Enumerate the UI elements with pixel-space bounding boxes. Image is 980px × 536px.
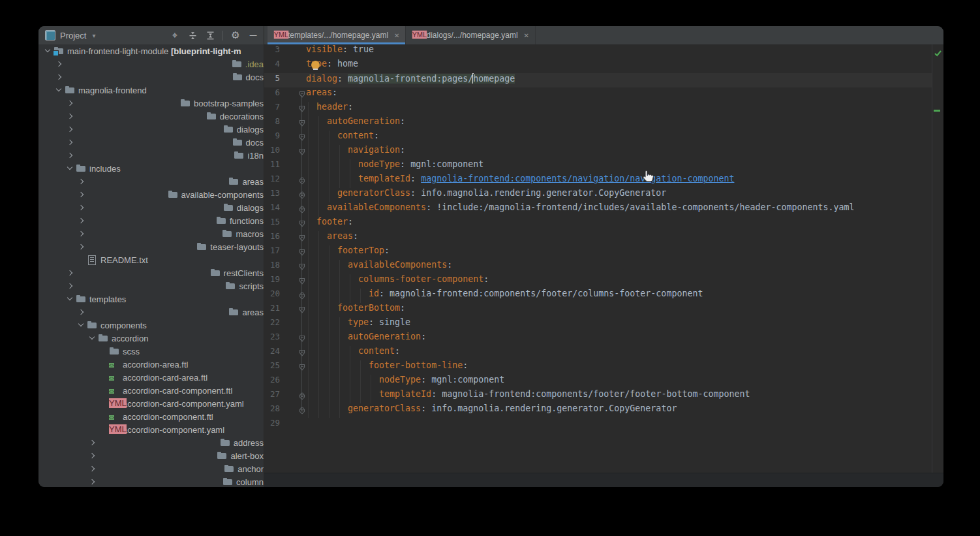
shield-gutter-icon[interactable] bbox=[298, 217, 307, 231]
tree-item[interactable]: anchor bbox=[38, 462, 264, 475]
code-line[interactable]: content: bbox=[264, 131, 932, 145]
code-area[interactable]: visible: truetype: homedialog: magnolia-… bbox=[264, 44, 932, 432]
code-line[interactable] bbox=[264, 418, 932, 432]
tree-item[interactable]: address bbox=[38, 436, 264, 449]
shield-gutter-icon[interactable] bbox=[298, 145, 307, 159]
error-stripe[interactable] bbox=[932, 44, 943, 473]
code-line[interactable]: areas: bbox=[264, 231, 932, 245]
lock-gutter-icon[interactable] bbox=[298, 202, 307, 217]
tree-item[interactable]: accordion-card-area.ftl bbox=[38, 371, 264, 384]
tree-item[interactable]: scss bbox=[38, 345, 264, 358]
intention-bulb-icon[interactable] bbox=[311, 61, 320, 69]
code-line[interactable]: templateId: magnolia-frontend:components… bbox=[264, 389, 932, 403]
chevron-right-icon[interactable] bbox=[65, 111, 206, 122]
chevron-right-icon[interactable] bbox=[65, 137, 232, 148]
tree-item[interactable]: accordion bbox=[38, 332, 264, 345]
tree-item[interactable]: alert-box bbox=[38, 449, 264, 462]
settings-gear-icon[interactable]: ⚙ bbox=[230, 30, 241, 40]
code-line[interactable]: areas: bbox=[264, 87, 932, 102]
editor[interactable]: 3456789101112131415161718192021222324252… bbox=[264, 44, 943, 473]
code-line[interactable]: generatorClass: info.magnolia.rendering.… bbox=[264, 403, 932, 418]
code-line[interactable]: nodeType: mgnl:component bbox=[264, 159, 932, 174]
chevron-right-icon[interactable] bbox=[54, 59, 232, 70]
tree-item[interactable]: accordion-component.ftl bbox=[38, 410, 264, 423]
code-line[interactable]: navigation: bbox=[264, 145, 932, 159]
close-tab-icon[interactable]: ✕ bbox=[524, 32, 529, 39]
tree-item[interactable]: restClients bbox=[38, 266, 264, 279]
code-line[interactable]: header: bbox=[264, 102, 932, 116]
select-opened-file-icon[interactable]: ⌖ bbox=[170, 30, 180, 40]
tree-item[interactable]: README.txt bbox=[38, 253, 264, 266]
tree-item[interactable]: dialogs bbox=[38, 201, 264, 214]
inspections-ok-icon[interactable] bbox=[934, 48, 942, 60]
chevron-right-icon[interactable] bbox=[76, 215, 216, 227]
tree-item[interactable]: teaser-layouts bbox=[38, 240, 264, 253]
code-line[interactable]: footer-bottom-line: bbox=[264, 360, 932, 375]
shield-gutter-icon[interactable] bbox=[298, 245, 307, 260]
shield-gutter-icon[interactable] bbox=[298, 260, 307, 274]
lock-gutter-icon[interactable] bbox=[298, 174, 307, 188]
chevron-right-icon[interactable] bbox=[65, 98, 180, 109]
chevron-right-icon[interactable] bbox=[65, 124, 223, 135]
tree-item[interactable]: column bbox=[38, 475, 264, 487]
chevron-down-icon[interactable] bbox=[87, 333, 98, 344]
tree-item[interactable]: docs bbox=[38, 136, 264, 149]
lock-gutter-icon[interactable] bbox=[298, 389, 307, 403]
tree-item[interactable]: accordion-card-component.ftl bbox=[38, 384, 264, 397]
lock-gutter-icon[interactable] bbox=[298, 289, 307, 303]
shield-gutter-icon[interactable] bbox=[298, 274, 307, 289]
tree-item[interactable]: decorations bbox=[38, 110, 264, 123]
code-line[interactable]: generatorClass: info.magnolia.rendering.… bbox=[264, 188, 932, 202]
tree-item[interactable]: macros bbox=[38, 227, 264, 240]
code-line[interactable]: nodeType: mgnl:component bbox=[264, 375, 932, 389]
code-line[interactable]: dialog: magnolia-frontend:pages/homepage bbox=[264, 73, 932, 87]
tree-item[interactable]: magnolia-frontend bbox=[38, 84, 264, 97]
chevron-down-icon[interactable] bbox=[42, 46, 54, 57]
shield-gutter-icon[interactable] bbox=[298, 231, 307, 245]
chevron-right-icon[interactable] bbox=[87, 464, 224, 475]
chevron-right-icon[interactable] bbox=[76, 242, 196, 253]
chevron-right-icon[interactable] bbox=[76, 229, 222, 240]
tree-item[interactable]: docs bbox=[38, 71, 264, 84]
change-marker[interactable] bbox=[934, 110, 940, 112]
tree-item[interactable]: bootstrap-samples bbox=[38, 97, 264, 110]
chevron-right-icon[interactable] bbox=[76, 176, 228, 187]
chevron-right-icon[interactable] bbox=[87, 437, 220, 449]
code-line[interactable]: type: home bbox=[264, 59, 932, 73]
tree-item[interactable]: components bbox=[38, 319, 264, 332]
code-line[interactable]: visible: true bbox=[264, 44, 932, 59]
templateid-link[interactable]: magnolia-frontend:components/navigation/… bbox=[421, 174, 734, 183]
tree-item[interactable]: main-frontend-light-module [blueprint-li… bbox=[38, 44, 264, 57]
shield-gutter-icon[interactable] bbox=[298, 346, 307, 360]
lock-gutter-icon[interactable] bbox=[298, 403, 307, 418]
tree-item[interactable]: i18n bbox=[38, 149, 264, 162]
shield-gutter-icon[interactable] bbox=[298, 102, 307, 116]
code-line[interactable]: availableComponents: !include:/magnolia-… bbox=[264, 202, 932, 217]
code-line[interactable]: templateId: magnolia-frontend:components… bbox=[264, 174, 932, 188]
shield-gutter-icon[interactable] bbox=[298, 87, 307, 102]
chevron-right-icon[interactable] bbox=[65, 268, 210, 279]
shield-gutter-icon[interactable] bbox=[298, 131, 307, 145]
chevron-right-icon[interactable] bbox=[87, 450, 217, 462]
code-line[interactable]: columns-footer-component: bbox=[264, 274, 932, 289]
code-line[interactable]: content: bbox=[264, 346, 932, 360]
chevron-down-icon[interactable] bbox=[76, 320, 87, 331]
tree-item[interactable]: accordion-component.yaml bbox=[38, 423, 264, 436]
editor-tab[interactable]: templates/.../homepage.yaml✕ bbox=[268, 26, 406, 44]
chevron-right-icon[interactable] bbox=[65, 281, 225, 292]
code-line[interactable]: id: magnolia-frontend:components/footer/… bbox=[264, 289, 932, 303]
chevron-down-icon[interactable] bbox=[65, 294, 76, 305]
code-line[interactable]: autoGeneration: bbox=[264, 332, 932, 346]
expand-all-icon[interactable] bbox=[205, 30, 215, 40]
code-line[interactable]: footerBottom: bbox=[264, 303, 932, 317]
shield-gutter-icon[interactable] bbox=[298, 303, 307, 317]
shield-gutter-icon[interactable] bbox=[298, 360, 307, 375]
tree-item[interactable]: functions bbox=[38, 214, 264, 227]
chevron-right-icon[interactable] bbox=[76, 202, 223, 213]
lock-gutter-icon[interactable] bbox=[298, 188, 307, 202]
chevron-down-icon[interactable] bbox=[54, 85, 65, 96]
code-line[interactable]: type: single bbox=[264, 317, 932, 332]
chevron-right-icon[interactable] bbox=[76, 307, 228, 318]
tree-item[interactable]: templates bbox=[38, 292, 264, 306]
project-selector[interactable]: Project ▾ bbox=[45, 30, 96, 40]
